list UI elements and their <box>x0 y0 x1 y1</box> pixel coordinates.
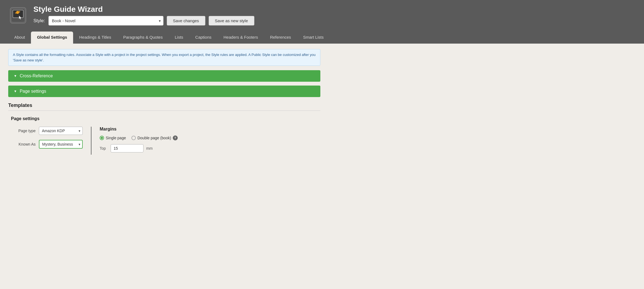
page-settings-section[interactable]: ▼ Page settings <box>8 86 320 97</box>
double-page-option[interactable]: Double page (book) ? <box>131 135 178 140</box>
top-margin-label: Top <box>100 146 108 151</box>
margin-unit: mm <box>146 146 153 151</box>
double-page-help-icon[interactable]: ? <box>173 135 178 140</box>
save-as-new-button[interactable]: Save as new style <box>209 16 254 25</box>
page-settings-sub: Page settings Page type Amazon KDP Ingra… <box>11 116 320 155</box>
settings-left: Page type Amazon KDP IngramSpark Custom … <box>11 127 91 155</box>
page-type-label: Page type <box>11 129 36 133</box>
page-settings-chevron: ▼ <box>14 89 17 93</box>
double-page-label: Double page (book) <box>137 136 171 140</box>
style-select-wrapper: Book - Novel Book - Non-Fiction Magazine <box>48 16 163 25</box>
settings-right: Margins Single page Double page (book) ? <box>91 127 320 155</box>
cross-reference-chevron: ▼ <box>14 74 17 78</box>
style-select[interactable]: Book - Novel Book - Non-Fiction Magazine <box>48 16 163 25</box>
templates-section: Templates Page settings Page type Amazon… <box>8 103 320 155</box>
tab-lists[interactable]: Lists <box>169 32 189 44</box>
single-page-option[interactable]: Single page <box>100 136 126 140</box>
top-margin-input[interactable] <box>111 144 143 152</box>
tab-global-settings[interactable]: Global Settings <box>31 32 73 44</box>
single-page-radio[interactable] <box>100 136 104 140</box>
tab-captions[interactable]: Captions <box>189 32 217 44</box>
page-type-select[interactable]: Amazon KDP IngramSpark Custom <box>39 127 83 135</box>
app-title: Style Guide Wizard <box>33 5 254 14</box>
tab-about[interactable]: About <box>8 32 31 44</box>
settings-columns: Page type Amazon KDP IngramSpark Custom … <box>11 127 320 155</box>
style-row: Style: Book - Novel Book - Non-Fiction M… <box>33 16 254 25</box>
style-label: Style: <box>33 18 45 24</box>
tab-references[interactable]: References <box>264 32 297 44</box>
tab-headers-footers[interactable]: Headers & Footers <box>217 32 264 44</box>
app-logo <box>8 5 28 25</box>
info-banner: A Style contains all the formatting rule… <box>8 49 320 66</box>
tab-paragraphs-quotes[interactable]: Paragraphs & Quotes <box>117 32 169 44</box>
page-settings-sub-title: Page settings <box>11 116 320 121</box>
double-page-radio[interactable] <box>131 136 136 140</box>
margins-title: Margins <box>100 127 320 132</box>
nav-tabs: About Global Settings Headings & Titles … <box>8 32 636 44</box>
tab-smart-lists[interactable]: Smart Lists <box>297 32 330 44</box>
known-as-select-wrapper: Mystery, Business Fiction Non-Fiction <box>39 140 83 149</box>
save-changes-button[interactable]: Save changes <box>167 16 205 25</box>
known-as-row: Known As Mystery, Business Fiction Non-F… <box>11 140 83 149</box>
page-settings-section-label: Page settings <box>20 89 46 94</box>
page-type-select-wrapper: Amazon KDP IngramSpark Custom <box>39 127 83 135</box>
known-as-label: Known As <box>11 142 36 146</box>
header-buttons: Save changes Save as new style <box>167 16 254 25</box>
tab-headings-titles[interactable]: Headings & Titles <box>73 32 117 44</box>
cross-reference-label: Cross-Reference <box>20 73 53 78</box>
top-margin-row: Top mm <box>100 144 320 152</box>
main-content: A Style contains all the formatting rule… <box>0 44 329 160</box>
single-page-label: Single page <box>106 136 126 140</box>
known-as-select[interactable]: Mystery, Business Fiction Non-Fiction <box>39 140 83 149</box>
header-top: Style Guide Wizard Style: Book - Novel B… <box>8 5 636 30</box>
page-type-row: Page type Amazon KDP IngramSpark Custom <box>11 127 83 135</box>
templates-title: Templates <box>8 103 320 111</box>
app-header: Style Guide Wizard Style: Book - Novel B… <box>0 0 644 44</box>
header-title-area: Style Guide Wizard Style: Book - Novel B… <box>33 5 254 25</box>
page-type-radio-group: Single page Double page (book) ? <box>100 135 320 140</box>
cross-reference-section[interactable]: ▼ Cross-Reference <box>8 70 320 82</box>
